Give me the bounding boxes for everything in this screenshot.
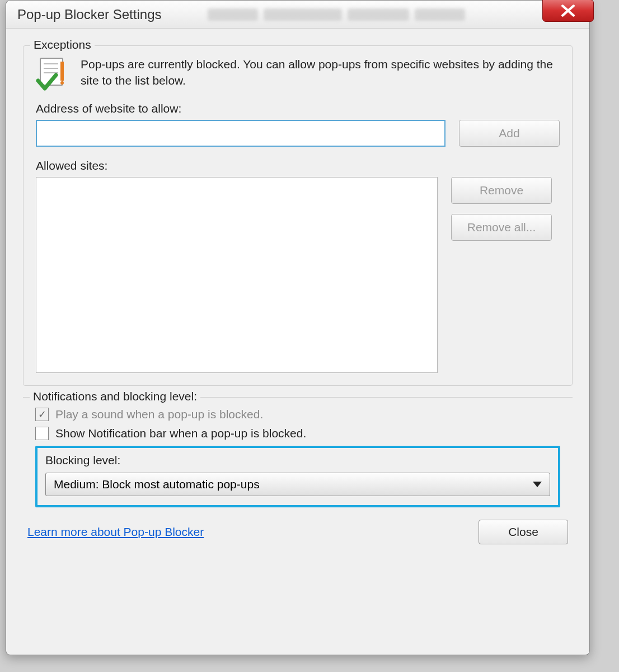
learn-more-link[interactable]: Learn more about Pop-up Blocker <box>27 525 204 539</box>
titlebar[interactable]: Pop-up Blocker Settings <box>6 1 589 29</box>
address-label: Address of website to allow: <box>36 102 560 115</box>
notifications-group: Notifications and blocking level: Play a… <box>23 397 573 507</box>
dialog-footer: Learn more about Pop-up Blocker Close <box>23 520 573 544</box>
remove-all-button[interactable]: Remove all... <box>451 214 552 241</box>
show-bar-label: Show Notification bar when a pop-up is b… <box>55 427 306 440</box>
background-blur <box>208 8 510 24</box>
blocking-level-dropdown[interactable]: Medium: Block most automatic pop-ups <box>45 473 550 496</box>
close-icon <box>560 4 576 17</box>
popup-blocker-dialog: Pop-up Blocker Settings Exceptions <box>6 0 590 655</box>
blocking-level-highlight: Blocking level: Medium: Block most autom… <box>35 446 560 507</box>
allowed-sites-row: Remove Remove all... <box>36 177 560 373</box>
document-check-icon <box>36 56 71 91</box>
blocking-level-label: Blocking level: <box>45 454 550 467</box>
svg-rect-4 <box>60 62 64 81</box>
notifications-group-title: Notifications and blocking level: <box>30 390 200 403</box>
info-row: Pop-ups are currently blocked. You can a… <box>36 56 560 91</box>
window-close-button[interactable] <box>542 0 594 22</box>
blocking-level-value: Medium: Block most automatic pop-ups <box>54 478 260 491</box>
allowed-buttons-column: Remove Remove all... <box>451 177 552 241</box>
address-input[interactable] <box>36 120 446 147</box>
show-bar-checkbox[interactable] <box>35 427 49 440</box>
svg-point-5 <box>60 81 64 85</box>
dialog-content: Exceptions Pop-ups are currently blocked… <box>6 29 589 556</box>
play-sound-row[interactable]: Play a sound when a pop-up is blocked. <box>35 408 560 421</box>
allowed-sites-label: Allowed sites: <box>36 159 560 172</box>
address-row: Add <box>36 120 560 147</box>
info-text: Pop-ups are currently blocked. You can a… <box>81 56 560 89</box>
dialog-title: Pop-up Blocker Settings <box>17 7 161 22</box>
remove-button[interactable]: Remove <box>451 177 552 204</box>
exceptions-group-title: Exceptions <box>30 38 95 52</box>
allowed-sites-list[interactable] <box>36 177 438 373</box>
close-button[interactable]: Close <box>479 520 568 544</box>
exceptions-group: Exceptions Pop-ups are currently blocked… <box>23 45 573 386</box>
add-button[interactable]: Add <box>459 120 560 147</box>
chevron-down-icon <box>533 482 542 487</box>
play-sound-checkbox[interactable] <box>35 408 49 421</box>
show-bar-row[interactable]: Show Notification bar when a pop-up is b… <box>35 427 560 440</box>
play-sound-label: Play a sound when a pop-up is blocked. <box>55 408 263 421</box>
